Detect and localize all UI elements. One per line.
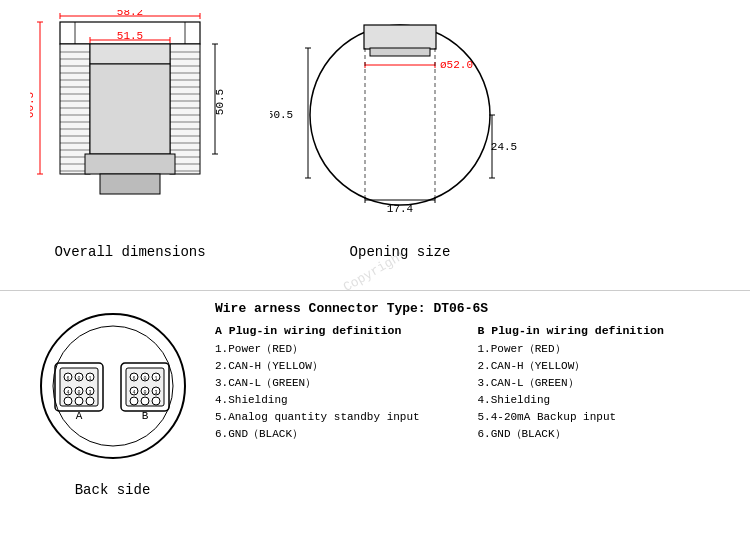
col-a-title: A Plug-in wiring definition [215, 324, 468, 337]
main-container: 58.2 51.5 60.5 50.5 Overall dimensions [0, 0, 750, 541]
col-a-item-4: 4.Shielding [215, 392, 468, 409]
col-b-item-2: 2.CAN-H（YELLOW） [478, 358, 731, 375]
svg-text:0: 0 [77, 390, 80, 396]
svg-text:50.5: 50.5 [270, 109, 293, 121]
col-b-item-5: 5.4-20mA Backup input [478, 409, 731, 426]
svg-rect-42 [90, 64, 170, 154]
svg-point-98 [64, 397, 72, 405]
connector-type-title: Wire arness Connector Type: DT06-6S [215, 301, 730, 316]
opening-size-svg: ø52.0 50.5 24.5 17.4 [270, 10, 530, 240]
svg-point-117 [141, 397, 149, 405]
back-side-label: Back side [75, 482, 151, 498]
wire-columns: A Plug-in wiring definition 1.Power（RED）… [215, 324, 730, 443]
svg-text:ø52.0: ø52.0 [440, 59, 473, 71]
svg-text:0: 0 [143, 376, 146, 382]
col-a-item-5: 5.Analog quantity standby input [215, 409, 468, 426]
col-b: B Plug-in wiring definition 1.Power（RED）… [478, 324, 731, 443]
svg-point-116 [130, 397, 138, 405]
svg-rect-63 [370, 48, 430, 56]
svg-rect-62 [364, 25, 436, 49]
svg-text:4: 4 [66, 390, 69, 396]
right-diagram-label: Opening size [350, 244, 451, 260]
col-a-item-1: 1.Power（RED） [215, 341, 468, 358]
svg-text:6: 6 [66, 376, 69, 382]
svg-point-99 [75, 397, 83, 405]
top-section: 58.2 51.5 60.5 50.5 Overall dimensions [0, 0, 750, 290]
col-a-item-6: 6.GND（BLACK） [215, 426, 468, 443]
svg-text:1: 1 [88, 376, 91, 382]
svg-text:3: 3 [154, 390, 157, 396]
svg-point-118 [152, 397, 160, 405]
svg-text:6: 6 [132, 376, 135, 382]
col-b-item-3: 3.CAN-L（GREEN） [478, 375, 731, 392]
bottom-section: 6 0 1 4 0 3 A [0, 296, 750, 541]
col-b-title: B Plug-in wiring definition [478, 324, 731, 337]
col-b-item-6: 6.GND（BLACK） [478, 426, 731, 443]
svg-text:58.2: 58.2 [117, 10, 143, 18]
left-diagram: 58.2 51.5 60.5 50.5 Overall dimensions [20, 10, 240, 285]
right-diagram: ø52.0 50.5 24.5 17.4 Open [260, 10, 540, 285]
wire-info: Wire arness Connector Type: DT06-6S A Pl… [205, 301, 730, 541]
svg-text:0: 0 [77, 376, 80, 382]
svg-text:17.4: 17.4 [387, 203, 414, 215]
svg-rect-43 [85, 154, 175, 174]
col-b-item-4: 4.Shielding [478, 392, 731, 409]
col-a-item-3: 3.CAN-L（GREEN） [215, 375, 468, 392]
svg-text:24.5: 24.5 [491, 141, 517, 153]
col-a: A Plug-in wiring definition 1.Power（RED）… [215, 324, 468, 443]
col-b-item-1: 1.Power（RED） [478, 341, 731, 358]
left-diagram-label: Overall dimensions [54, 244, 205, 260]
col-a-item-2: 2.CAN-H（YELLOW） [215, 358, 468, 375]
svg-rect-41 [90, 44, 170, 64]
overall-dimensions-svg: 58.2 51.5 60.5 50.5 [30, 10, 230, 240]
svg-text:3: 3 [88, 390, 91, 396]
back-side-diagram: 6 0 1 4 0 3 A [20, 301, 205, 541]
svg-point-100 [86, 397, 94, 405]
svg-text:1: 1 [154, 376, 157, 382]
svg-text:B: B [141, 410, 148, 422]
svg-text:60.5: 60.5 [30, 92, 36, 118]
svg-text:51.5: 51.5 [117, 30, 143, 42]
svg-text:50.5: 50.5 [214, 89, 226, 115]
svg-text:0: 0 [143, 390, 146, 396]
back-side-svg: 6 0 1 4 0 3 A [33, 301, 193, 476]
svg-text:4: 4 [132, 390, 135, 396]
svg-rect-44 [100, 174, 160, 194]
svg-text:A: A [75, 410, 82, 422]
